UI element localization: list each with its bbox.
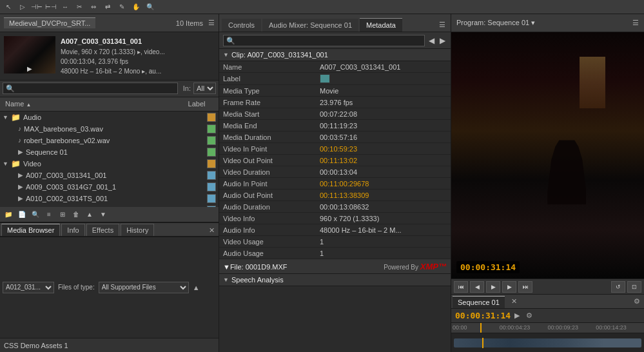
- tab-media-browser[interactable]: Media Browser: [1, 224, 60, 236]
- meta-value: 48000 Hz – 16-bit – 2 M...: [316, 225, 451, 235]
- scroll-down-icon[interactable]: ▼: [97, 208, 109, 220]
- safe-margins-button[interactable]: ⊡: [627, 281, 641, 293]
- meta-key: Frame Rate: [219, 97, 316, 108]
- audio-file-icon: ♪: [18, 137, 21, 144]
- files-type-select[interactable]: All Supported Files: [99, 282, 189, 293]
- project-tab[interactable]: Medieval_DVCPro_SRT...: [4, 17, 95, 28]
- clip-section-header[interactable]: ▼ Clip: A007_C003_031341_001: [219, 49, 451, 61]
- folder-video[interactable]: ▼ 📁 Video: [0, 158, 219, 170]
- go-to-in-button[interactable]: ⏮: [454, 281, 468, 293]
- delete-icon[interactable]: 🗑: [70, 208, 82, 220]
- folder-audio-swatch: [207, 113, 216, 122]
- new-item-icon[interactable]: 📄: [16, 208, 28, 220]
- step-back-button[interactable]: ◀: [470, 281, 484, 293]
- ripple-edit-icon[interactable]: ⊣⊢: [31, 1, 43, 13]
- middle-tabs: Controls Audio Mixer: Sequence 01 Metada…: [219, 14, 451, 32]
- metadata-search-input[interactable]: [223, 35, 425, 46]
- folder-audio[interactable]: ▼ 📁 Audio: [0, 112, 219, 123]
- search-input[interactable]: [3, 83, 178, 94]
- speech-section-title: Speech Analysis: [231, 276, 284, 284]
- meta-key: Name: [219, 62, 316, 72]
- timeline-close-icon[interactable]: ✕: [509, 295, 520, 308]
- tab-history[interactable]: History: [121, 224, 154, 236]
- roll-edit-icon[interactable]: ⊢⊣: [45, 1, 57, 13]
- file-tree: ▼ 📁 Audio ♪ MAX_barebones_03.wav ♪ rober…: [0, 112, 219, 207]
- media-browser-bar: A012_031... Files of type: All Supported…: [0, 237, 219, 338]
- label-color-swatch: [320, 74, 330, 83]
- razor-icon[interactable]: ✂: [73, 1, 85, 13]
- meta-value: A007_C003_031341_001: [316, 62, 451, 72]
- list-item[interactable]: ▶ Sequence 01: [0, 146, 219, 158]
- scroll-up-icon[interactable]: ▲: [84, 208, 95, 220]
- list-item[interactable]: ▶ A009_C003_0314G7_001_1: [0, 181, 219, 193]
- metadata-content-wrapper: ▼ Clip: A007_C003_031341_001 Name A007_C…: [219, 49, 451, 352]
- step-fwd-button[interactable]: ▶: [502, 281, 516, 293]
- file-section-header[interactable]: ▼ File: 0001D9.MXF Powered By XMP™: [219, 259, 451, 274]
- play-button[interactable]: ▶: [486, 281, 500, 293]
- tab-controls[interactable]: Controls: [222, 19, 261, 32]
- project-panel: Medieval_DVCPro_SRT... 10 Items ☰ ▶ A007…: [0, 14, 219, 352]
- clip-dropdown[interactable]: A012_031...: [3, 282, 54, 293]
- panel-menu-icon[interactable]: ☰: [208, 19, 215, 27]
- meta-row-label: Label: [219, 73, 451, 85]
- ruler-mark: 00:00:09:23: [548, 324, 579, 331]
- list-header: Name ▲ Label: [0, 97, 219, 112]
- list-item[interactable]: ▶ A007_C003_031341_001: [0, 170, 219, 181]
- in-select[interactable]: All: [193, 83, 216, 94]
- search-bin-icon[interactable]: 🔍: [30, 208, 41, 220]
- meta-value: 1: [316, 237, 451, 247]
- tab-audio-mixer[interactable]: Audio Mixer: Sequence 01: [262, 19, 358, 32]
- program-menu-icon[interactable]: ☰: [632, 19, 639, 27]
- nav-next-icon[interactable]: ▶: [438, 35, 447, 46]
- video-preview: 00:00:31:14: [451, 32, 644, 279]
- sort-icon: ▲: [26, 102, 31, 108]
- panel-close-icon[interactable]: ✕: [206, 225, 217, 236]
- meta-row-audio-out: Audio Out Point 00:11:13:38309: [219, 190, 451, 201]
- slide-icon[interactable]: ⇄: [102, 1, 113, 13]
- track-select-icon[interactable]: ▷: [17, 1, 28, 13]
- file-section-triangle-icon: ▼: [223, 263, 230, 271]
- list-item[interactable]: ♪ robert_barebones_v02.wav: [0, 135, 219, 146]
- meta-value: 00:00:13:08632: [316, 202, 451, 212]
- ruler-mark: 00:00:14:23: [596, 324, 627, 331]
- timeline-clip[interactable]: [454, 338, 641, 347]
- tab-sequence01[interactable]: Sequence 01: [453, 296, 505, 308]
- list-view-icon[interactable]: ≡: [43, 208, 55, 220]
- timeline-play-icon[interactable]: ▶: [514, 311, 520, 320]
- loop-button[interactable]: ↺: [611, 281, 625, 293]
- slip-icon[interactable]: ⇔: [88, 1, 99, 13]
- scroll-up-btn[interactable]: ▲: [193, 284, 200, 291]
- pen-icon[interactable]: ✎: [116, 1, 128, 13]
- list-item[interactable]: ▶ A010_C002_0314TS_001: [0, 193, 219, 204]
- tab-metadata[interactable]: Metadata: [360, 18, 402, 32]
- video-file-icon: ▶: [18, 171, 23, 179]
- timeline-settings2-icon[interactable]: ⚙: [526, 311, 532, 320]
- meta-row-name: Name A007_C003_031341_001: [219, 61, 451, 73]
- timecode-overlay: 00:00:31:14: [456, 261, 520, 273]
- arrow-select-icon[interactable]: ↖: [3, 1, 14, 13]
- tab-info[interactable]: Info: [61, 224, 84, 236]
- file-swatch: [207, 171, 216, 180]
- rate-stretch-icon[interactable]: ↔: [59, 1, 71, 13]
- zoom-icon[interactable]: 🔍: [144, 1, 156, 13]
- hand-icon[interactable]: ✋: [130, 1, 142, 13]
- search-bar: In: All: [0, 81, 219, 97]
- go-to-out-button[interactable]: ⏭: [518, 281, 532, 293]
- left-bottom-tabs: Media Browser Info Effects History ✕: [0, 222, 219, 237]
- metadata-panel: Controls Audio Mixer: Sequence 01 Metada…: [219, 14, 451, 352]
- panel-menu-icon[interactable]: ☰: [436, 18, 448, 32]
- timeline-panel: Sequence 01 ✕ ⚙ 00:00:31:14 ▶ ⚙ 00:00 00…: [451, 294, 644, 352]
- meta-value: 00:03:57:16: [316, 132, 451, 142]
- timeline-settings-icon[interactable]: ⚙: [631, 295, 643, 308]
- nav-prev-icon[interactable]: ◀: [427, 35, 436, 46]
- thumbnail-play-btn[interactable]: ▶: [27, 65, 32, 72]
- speech-section-header[interactable]: ▼ Speech Analysis: [219, 274, 451, 286]
- meta-row-video-duration: Video Duration 00:00:13:04: [219, 166, 451, 178]
- main-layout: Medieval_DVCPro_SRT... 10 Items ☰ ▶ A007…: [0, 14, 644, 352]
- left-bottom-tools: 📁 📄 🔍 ≡ ⊞ 🗑 ▲ ▼: [0, 207, 219, 222]
- meta-value: 00:11:19:23: [316, 121, 451, 131]
- new-bin-icon[interactable]: 📁: [3, 208, 14, 220]
- tab-effects[interactable]: Effects: [86, 224, 119, 236]
- icon-view-icon[interactable]: ⊞: [57, 208, 68, 220]
- list-item[interactable]: ♪ MAX_barebones_03.wav: [0, 123, 219, 135]
